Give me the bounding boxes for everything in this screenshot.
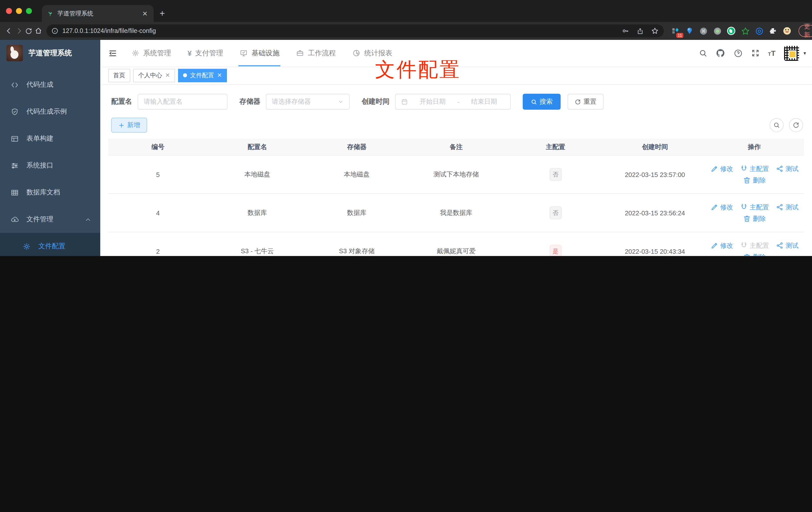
sidebar-item-label: 代码生成: [26, 80, 92, 89]
url-text[interactable]: 127.0.0.1:1024/infra/file/file-config: [62, 27, 617, 34]
github-icon[interactable]: [716, 48, 725, 58]
date-start-placeholder[interactable]: 开始日期: [412, 97, 454, 106]
browser-tab[interactable]: 芋道管理系统 ✕: [42, 5, 154, 22]
delete-link-label: 删除: [753, 176, 766, 185]
forward-icon[interactable]: [15, 24, 23, 37]
extension-emoji-icon[interactable]: [783, 26, 791, 35]
app-logo-row[interactable]: 芋道管理系统: [0, 40, 100, 66]
extension-command-icon[interactable]: ⌘: [699, 26, 708, 35]
site-info-icon[interactable]: [51, 27, 58, 34]
column-header-编号: 编号: [108, 142, 208, 151]
password-key-icon[interactable]: [621, 27, 630, 35]
row-master-cell: 否: [506, 206, 605, 219]
home-icon[interactable]: [34, 24, 42, 37]
back-icon[interactable]: [5, 24, 13, 37]
extension-green-dot-icon[interactable]: [713, 26, 722, 35]
font-size-icon[interactable]: TT: [768, 49, 776, 57]
edit-link[interactable]: 修改: [710, 203, 733, 212]
help-icon[interactable]: [733, 49, 743, 58]
nav-item-系统管理[interactable]: 系统管理: [131, 40, 171, 66]
browser-update-button[interactable]: 更新: [799, 25, 812, 37]
url-bar-actions: [621, 27, 659, 35]
sidebar-item-label: 表单构建: [26, 134, 92, 143]
avatar[interactable]: [784, 46, 799, 61]
sidebar-item-4-数据库文档[interactable]: 数据库文档: [0, 179, 100, 206]
delete-link[interactable]: 删除: [743, 214, 766, 223]
code-icon: [10, 81, 19, 89]
storage-select[interactable]: 请选择存储器: [266, 94, 350, 110]
master-tag: 是: [550, 245, 561, 256]
minimize-window-button[interactable]: [16, 8, 22, 14]
sidebar-item-6-文件配置[interactable]: 文件配置: [0, 233, 100, 256]
config-name-placeholder: 请输入配置名: [144, 97, 222, 106]
extension-balloon-icon[interactable]: [685, 26, 694, 35]
test-link[interactable]: 测试: [776, 203, 799, 212]
date-range-picker[interactable]: 开始日期 - 结束日期: [395, 94, 511, 110]
add-button[interactable]: 新增: [111, 118, 147, 132]
share-node-icon: [776, 164, 784, 173]
reload-icon[interactable]: [25, 24, 32, 37]
sidebar-item-5-文件管理[interactable]: 文件管理: [0, 206, 100, 233]
tag-文件配置[interactable]: 文件配置✕: [178, 68, 227, 82]
nav-item-支付管理[interactable]: ¥支付管理: [187, 40, 223, 66]
row-storage: 数据库: [307, 208, 406, 217]
reset-button[interactable]: 重置: [568, 94, 604, 110]
svg-text:⌘: ⌘: [701, 28, 705, 33]
new-tab-button[interactable]: +: [160, 8, 165, 19]
bookmark-star-icon[interactable]: [651, 27, 659, 35]
config-name-input[interactable]: 请输入配置名: [138, 94, 227, 110]
close-window-button[interactable]: [6, 8, 12, 14]
extension-tabs-icon[interactable]: 11: [671, 26, 680, 35]
tag-个人中心[interactable]: 个人中心✕: [133, 68, 175, 82]
master-link: 主配置: [740, 241, 769, 250]
fullscreen-icon[interactable]: [751, 49, 759, 57]
row-actions: 修改主配置测试删除: [704, 198, 804, 228]
row-created-time: 2022-03-15 23:56:24: [605, 209, 705, 217]
master-link[interactable]: 主配置: [740, 203, 769, 212]
sidebar-item-label: 代码生成示例: [26, 107, 92, 116]
sidebar-item-3-系统接口[interactable]: 系统接口: [0, 152, 100, 179]
reset-button-label: 重置: [584, 97, 597, 106]
edit-link[interactable]: 修改: [710, 164, 733, 173]
nav-item-工作流程[interactable]: 工作流程: [296, 40, 336, 66]
favicon-sprout-icon: [47, 10, 53, 17]
collapse-menu-icon[interactable]: [100, 49, 124, 58]
share-node-icon: [776, 241, 784, 250]
extension-star-icon[interactable]: [741, 26, 750, 35]
search-icon[interactable]: [699, 49, 707, 57]
delete-link[interactable]: 删除: [743, 252, 766, 256]
search-button[interactable]: 搜索: [523, 94, 561, 110]
edit-link[interactable]: 修改: [710, 241, 733, 250]
sidebar-item-1-代码生成示例[interactable]: 代码生成示例: [0, 98, 100, 125]
extension-yuque-icon[interactable]: [727, 26, 736, 35]
delete-link-label: 删除: [753, 214, 766, 223]
edit-link-label: 修改: [720, 164, 733, 173]
test-link[interactable]: 测试: [776, 164, 799, 173]
test-link-label: 测试: [786, 203, 799, 212]
sidebar-item-2-表单构建[interactable]: 表单构建: [0, 125, 100, 152]
sidebar-item-0-代码生成[interactable]: 代码生成: [0, 71, 100, 98]
close-icon[interactable]: ✕: [217, 72, 222, 79]
avatar-caret-icon[interactable]: ▾: [804, 50, 806, 56]
extension-eye-icon[interactable]: [755, 26, 764, 35]
master-link[interactable]: 主配置: [740, 164, 769, 173]
share-icon[interactable]: [636, 27, 644, 35]
test-link[interactable]: 测试: [776, 241, 799, 250]
sidebar-submenu: 文件配置文件列表: [0, 233, 100, 256]
tag-首页[interactable]: 首页: [108, 68, 130, 82]
form-icon: [10, 134, 19, 143]
delete-link[interactable]: 删除: [743, 176, 766, 185]
puzzle-extensions-icon[interactable]: [768, 26, 778, 35]
hide-search-button[interactable]: [770, 118, 784, 132]
url-bar[interactable]: 127.0.0.1:1024/infra/file/file-config: [47, 24, 664, 37]
maximize-window-button[interactable]: [26, 8, 32, 14]
tab-close-icon[interactable]: ✕: [141, 10, 149, 17]
sidebar-menu: 代码生成代码生成示例表单构建系统接口数据库文档文件管理文件配置文件列表配置管理A…: [0, 66, 100, 256]
date-end-placeholder[interactable]: 结束日期: [463, 97, 505, 106]
nav-item-基础设施[interactable]: 基础设施: [240, 40, 280, 66]
app-logo-rabbit: [6, 45, 23, 61]
close-icon[interactable]: ✕: [165, 72, 170, 79]
refresh-button[interactable]: [789, 118, 803, 132]
row-id: 2: [108, 247, 208, 255]
actions-line-2: 删除: [743, 214, 766, 223]
